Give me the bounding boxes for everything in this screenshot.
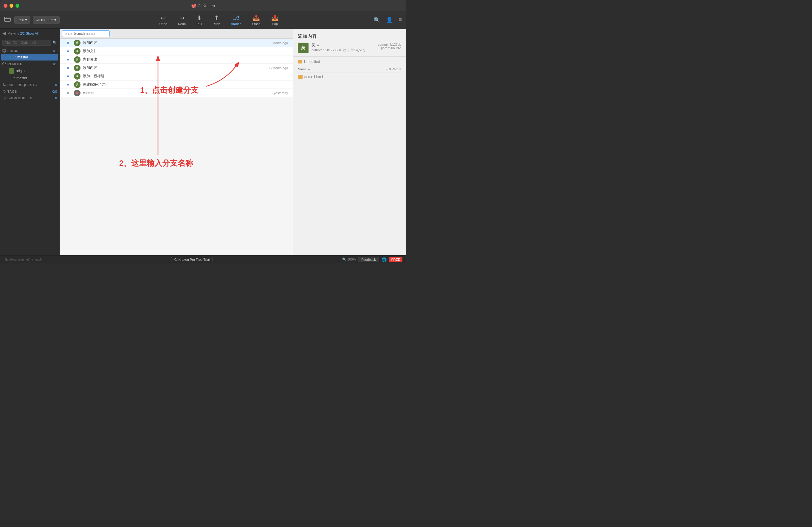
commit-message: 添加内容 [81, 65, 269, 70]
commit-meta: 吴 吴冲 authored 2017-06-18 @ 下午1点51分 commi… [298, 43, 401, 53]
pop-button[interactable]: 📤 Pop [267, 13, 283, 27]
svg-rect-1 [3, 49, 6, 52]
table-row[interactable]: 吴 创建index.html [60, 80, 293, 89]
graph-col [62, 39, 74, 47]
push-button[interactable]: ⬆ Push [209, 13, 224, 27]
table-row[interactable]: 吴 添加一级标题 [60, 72, 293, 80]
folder-button[interactable] [3, 15, 12, 25]
pull-requests-section[interactable]: PULL REQUESTS 0 [0, 82, 59, 88]
graph-col [62, 80, 74, 89]
minimize-button[interactable] [10, 4, 13, 8]
branch-selector[interactable]: ⎇ master ▾ [33, 16, 60, 24]
author-avatar: 吴 [298, 43, 308, 53]
feedback-button[interactable]: Feedback [358, 257, 379, 262]
stash-button[interactable]: 📥 Stash [248, 13, 264, 27]
file-row[interactable]: demo1.html [298, 74, 401, 80]
file-name: demo1.html [304, 75, 401, 79]
tag-icon [2, 90, 6, 93]
origin-item[interactable]: origin [0, 67, 59, 75]
list-icon: ≡ [400, 67, 401, 71]
author-info: 吴冲 authored 2017-06-18 @ 下午1点51分 [311, 43, 375, 53]
undo-icon: ↩ [161, 14, 166, 21]
avatar: 吴 [74, 48, 81, 55]
local-section-header[interactable]: LOCAL 1/1 [0, 47, 59, 54]
show-all-button[interactable]: Show All [26, 32, 39, 35]
commit-time: yesterday [274, 91, 290, 95]
avatar: 吴 [74, 56, 81, 63]
table-row[interactable]: 🐙 commit yesterday [60, 89, 293, 97]
maximize-button[interactable] [15, 4, 19, 8]
commit-message: 添加文件 [81, 48, 288, 54]
annotation-step2: 2、这里输入分支名称 [119, 158, 193, 169]
profile-button[interactable]: 👤 [385, 15, 394, 25]
branch-item-icon: ⎇ [11, 76, 15, 80]
pull-button[interactable]: ⬇ Pull [192, 13, 206, 27]
repo-selector[interactable]: test ▾ [14, 16, 30, 24]
close-button[interactable] [3, 4, 8, 8]
undo-button[interactable]: ↩ Undo [155, 13, 171, 27]
globe-icon: 🌐 [381, 257, 387, 262]
right-panel-header: 添加内容 吴 吴冲 authored 2017-06-18 @ 下午1点51分 … [293, 29, 406, 57]
branch-item-icon: ⎇ [12, 56, 16, 59]
graph-col [62, 89, 74, 97]
push-icon: ⬆ [214, 14, 219, 21]
sidebar: ◀ Viewing 2/2 Show All 🔍 LOCAL 1/1 [0, 29, 60, 255]
menu-button[interactable]: ≡ [397, 15, 403, 24]
table-row[interactable]: 吴 添加内容 12 hours ago [60, 64, 293, 72]
file-type-icon [298, 75, 303, 79]
commit-message: 创建index.html [81, 82, 288, 87]
filter-search-icon: 🔍 [53, 41, 57, 45]
table-row[interactable]: 吴 添加内容 3 hours ago [60, 39, 293, 47]
tags-section[interactable]: TAGS 0/0 [0, 88, 59, 94]
cloud-icon [2, 62, 6, 66]
modified-count: 1 modified [298, 60, 401, 64]
pro-trial-badge: GitKraken Pro Free Trial [171, 257, 213, 262]
branch-icon: ⎇ [36, 18, 40, 22]
viewing-label: Viewing 2/2 [8, 32, 25, 35]
svg-point-4 [3, 91, 4, 91]
submodules-section[interactable]: SUBMODULES 0 [0, 94, 59, 101]
commit-list: 吴 添加内容 3 hours ago 吴 添加文件 [60, 39, 293, 97]
search-button[interactable]: 🔍 [372, 15, 381, 25]
remote-section: REMOTE 1/1 origin ⎇ master [0, 60, 59, 82]
path-column-header: Full Path ≡ [386, 67, 401, 71]
toolbar: test ▾ ⎇ master ▾ ↩ Undo ↪ Redo ⬇ Pull [0, 11, 406, 29]
commit-time: 3 hours ago [271, 41, 290, 45]
remote-section-header[interactable]: REMOTE 1/1 [0, 60, 59, 67]
filter-input[interactable] [2, 40, 51, 46]
pull-requests-label: PULL REQUESTS [2, 83, 37, 87]
author-date: authored 2017-06-18 @ 下午1点51分 [311, 48, 375, 53]
local-section: LOCAL 1/1 ✓ ⎇ master [0, 47, 59, 60]
pull-request-icon [2, 83, 6, 87]
files-section: 1 modified Name ▲ Full Path ≡ demo1.html [293, 57, 406, 83]
chevron-down-icon: ▾ [54, 18, 56, 22]
graph-node [66, 39, 70, 47]
sort-icon: ▲ [307, 67, 310, 71]
table-row[interactable]: 吴 内容修改 [60, 56, 293, 64]
graph-col [62, 72, 74, 80]
redo-icon: ↪ [179, 14, 185, 21]
remote-label: REMOTE [2, 62, 23, 66]
commit-title: 添加内容 [298, 33, 401, 40]
pop-icon: 📤 [271, 14, 279, 21]
remote-master-branch[interactable]: ⎇ master [0, 75, 59, 82]
back-button[interactable]: ◀ [2, 30, 6, 36]
filter-bar: 🔍 [0, 38, 59, 47]
author-name: 吴冲 [311, 43, 375, 48]
graph-col [62, 64, 74, 72]
graph-node [66, 72, 70, 80]
redo-button[interactable]: ↪ Redo [174, 13, 190, 27]
modified-icon [298, 60, 302, 63]
right-panel: 添加内容 吴 吴冲 authored 2017-06-18 @ 下午1点51分 … [293, 29, 406, 255]
local-master-branch[interactable]: ✓ ⎇ master [1, 54, 58, 60]
table-row[interactable]: 吴 添加文件 [60, 47, 293, 56]
commit-message: 内容修改 [81, 57, 288, 62]
branch-button[interactable]: ⎇ Branch [227, 13, 246, 27]
monitor-icon [2, 49, 6, 53]
commit-message: 添加一级标题 [81, 74, 288, 79]
status-center: GitKraken Pro Free Trial [42, 257, 342, 262]
branch-name-input[interactable] [62, 30, 110, 37]
toolbar-center: ↩ Undo ↪ Redo ⬇ Pull ⬆ Push ⎇ Branch 📥 S… [66, 13, 373, 27]
chevron-down-icon: ▾ [25, 18, 27, 22]
zoom-level: 🔍 100% [342, 258, 356, 261]
